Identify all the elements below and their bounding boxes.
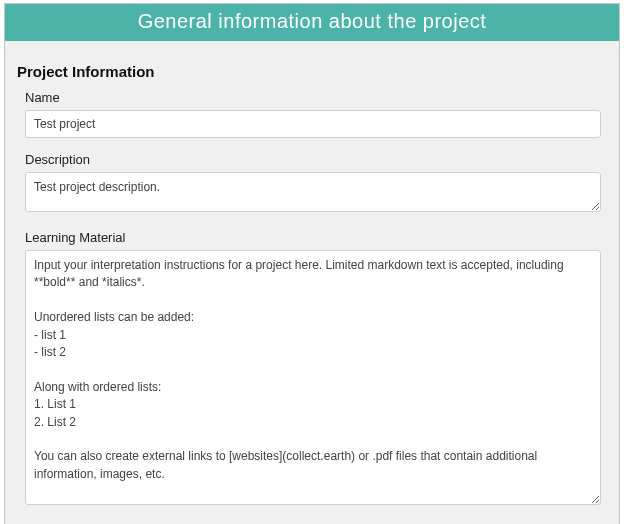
learning-textarea[interactable] xyxy=(25,250,601,505)
section-title: Project Information xyxy=(17,63,601,80)
description-label: Description xyxy=(25,152,601,167)
field-description: Description xyxy=(25,152,601,216)
description-textarea[interactable] xyxy=(25,172,601,212)
name-label: Name xyxy=(25,90,601,105)
field-name: Name xyxy=(25,90,601,138)
name-input[interactable] xyxy=(25,110,601,138)
panel-body: Project Information Name Description Lea… xyxy=(5,41,619,524)
field-learning-material: Learning Material xyxy=(25,230,601,509)
learning-label: Learning Material xyxy=(25,230,601,245)
project-info-panel: General information about the project Pr… xyxy=(4,3,620,524)
banner-title: General information about the project xyxy=(5,4,619,41)
